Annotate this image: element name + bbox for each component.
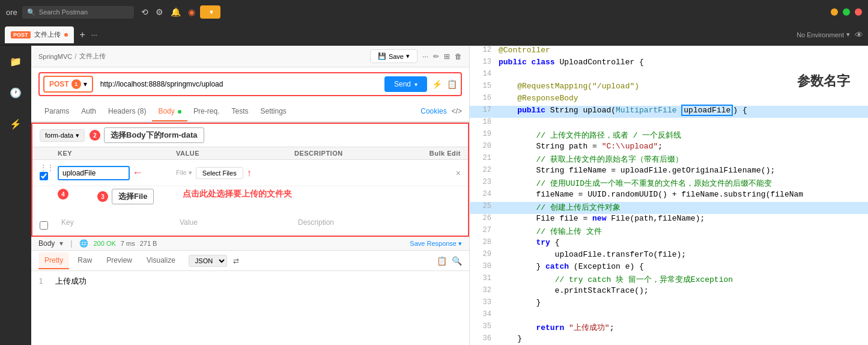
maximize-button[interactable]: □ <box>843 8 850 16</box>
code-line: 28 try { <box>470 238 868 250</box>
method-selector[interactable]: POST 1 ▾ <box>43 76 93 93</box>
tab-headers[interactable]: Headers (8) <box>102 102 152 121</box>
response-label: Body <box>38 239 55 248</box>
annotation-3-group: 3 选择File <box>97 189 154 204</box>
annotation-2-group: 2 选择Body下的form-data <box>90 127 204 143</box>
resp-tab-visualize[interactable]: Visualize <box>141 252 181 269</box>
line-num: 34 <box>475 310 491 322</box>
send-button[interactable]: Send ▾ <box>384 76 427 92</box>
resp-tab-raw[interactable]: Raw <box>71 252 98 269</box>
line-num: 15 <box>475 82 491 94</box>
format-select[interactable]: JSON XML Text <box>189 255 227 267</box>
save-response-button[interactable]: Save Response ▾ <box>410 240 462 248</box>
split-icon[interactable]: ⊞ <box>444 52 450 61</box>
word-wrap-icon[interactable]: ⇄ <box>233 257 239 265</box>
request-tab-nav: Params Auth Headers (8) Body Pre-req. Te… <box>31 101 469 123</box>
breadcrumb: SpringMVC / 文件上传 💾 Save ▾ ··· ✏ ⊞ 🗑 <box>31 46 469 67</box>
code-toggle-icon[interactable]: </> <box>452 107 462 115</box>
value-placeholder: Value <box>176 216 201 228</box>
code-line: 23 // 使用UUID生成一个唯一不重复的文件名，原始文件的后缀不能变 <box>470 178 868 190</box>
response-format-selector[interactable]: JSON XML Text <box>189 255 227 267</box>
row2-key-cell: Key <box>58 218 176 227</box>
method-label: POST <box>49 80 69 88</box>
line-num: 25 <box>475 202 491 214</box>
code-line: 36 } <box>470 334 868 345</box>
key-input[interactable] <box>58 166 130 180</box>
line-num: 20 <box>475 142 491 154</box>
row1-delete-icon[interactable]: × <box>456 168 461 178</box>
tab-body[interactable]: Body <box>152 102 187 121</box>
search-response-icon[interactable]: 🔍 <box>452 256 462 266</box>
edit-icon[interactable]: ✏ <box>433 52 439 61</box>
add-tab-button[interactable]: + <box>76 29 89 40</box>
file-type-label[interactable]: File ▾ <box>176 169 192 177</box>
body-type-selector[interactable]: form-data ▾ <box>40 129 85 142</box>
row2-checkbox[interactable] <box>40 221 48 230</box>
cookies-link[interactable]: Cookies <box>420 107 446 115</box>
sync-icon[interactable]: ⟲ <box>141 7 148 17</box>
breadcrumb-upload[interactable]: 文件上传 <box>79 52 106 61</box>
line-num: 21 <box>475 154 491 166</box>
url-bar-icon2[interactable]: 📋 <box>447 79 457 89</box>
url-input[interactable] <box>98 78 380 91</box>
search-placeholder: Search Postman <box>39 8 88 16</box>
row1-checkbox[interactable] <box>40 172 48 180</box>
url-bar-icon1[interactable]: ⚡ <box>432 79 442 89</box>
row2-desc-cell: Description <box>294 218 413 227</box>
window-controls: − □ × <box>831 8 862 16</box>
line-num: 30 <box>475 262 491 274</box>
close-button[interactable]: × <box>855 8 862 16</box>
tabbar: POST 文件上传 + ··· No Environment ▾ 👁 <box>0 24 868 46</box>
step3-badge: 3 <box>97 191 108 202</box>
save-button[interactable]: 💾 Save ▾ <box>370 49 417 63</box>
line-num: 19 <box>475 130 491 142</box>
environment-icon[interactable]: 👁 <box>855 30 863 40</box>
row1-value-cell: File ▾ Select Files ↑ <box>176 167 294 179</box>
line-num: 29 <box>475 250 491 262</box>
breadcrumb-springmvc[interactable]: SpringMVC <box>38 53 72 60</box>
app-title: ore <box>6 8 17 17</box>
tab-params[interactable]: Params <box>38 102 75 121</box>
select-files-button[interactable]: Select Files <box>196 167 243 179</box>
main-content: 📁 🕐 ⚡ SpringMVC / 文件上传 💾 Save ▾ ··· ✏ ⊞ … <box>0 46 868 345</box>
col-bulk-edit[interactable]: Bulk Edit <box>413 150 461 157</box>
code-line: 29 uploadFile.transferTo(file); <box>470 250 868 262</box>
step2-badge: 2 <box>90 130 100 141</box>
environment-selector[interactable]: No Environment ▾ <box>797 31 850 38</box>
resp-tab-pretty[interactable]: Pretty <box>38 252 69 269</box>
resp-tab-preview[interactable]: Preview <box>100 252 138 269</box>
tab-post-upload[interactable]: POST 文件上传 <box>5 26 74 43</box>
sidebar-icon-history[interactable]: 🕐 <box>5 82 26 103</box>
more-options-icon[interactable]: ··· <box>422 52 428 61</box>
sidebar-icon-api[interactable]: ⚡ <box>5 113 26 135</box>
trash-icon[interactable]: 🗑 <box>455 52 462 61</box>
tab-prereq[interactable]: Pre-req. <box>187 102 225 121</box>
sidebar-icon-collection[interactable]: 📁 <box>5 50 26 72</box>
row1-key-cell: ← <box>58 166 176 180</box>
chevron-down-icon[interactable]: ▾ <box>59 239 63 248</box>
code-line: 20 String path = "C:\\upload"; <box>470 142 868 154</box>
copy-icon[interactable]: 📋 <box>437 256 447 266</box>
line-num: 31 <box>475 274 491 286</box>
settings-icon[interactable]: ⚙ <box>156 7 163 17</box>
code-line: 35 return "上传成功"; <box>470 322 868 334</box>
bell-icon[interactable]: 🔔 <box>171 7 181 17</box>
tab-tests[interactable]: Tests <box>225 102 254 121</box>
minimize-button[interactable]: − <box>831 8 838 16</box>
line-num: 22 <box>475 166 491 178</box>
postman-icon: ◉ <box>188 7 195 17</box>
tab-auth[interactable]: Auth <box>75 102 102 121</box>
search-bar[interactable]: 🔍 Search Postman <box>22 6 134 19</box>
line-num: 13 <box>475 58 491 70</box>
more-tabs-button[interactable]: ··· <box>91 31 97 39</box>
code-line: 27 // 传输上传 文件 <box>470 226 868 238</box>
click-here-annotation: 点击此处选择要上传的文件夹 <box>183 189 292 200</box>
row1-close-cell: × <box>413 168 461 178</box>
code-line: 19 // 上传文件的路径，或者 / 一个反斜线 <box>470 130 868 142</box>
chevron-down-icon: ▾ <box>414 81 417 88</box>
response-time: 7 ms <box>121 240 135 247</box>
tab-settings[interactable]: Settings <box>254 102 292 121</box>
upgrade-button[interactable]: ▾ <box>200 5 220 19</box>
tab-method-label: POST <box>11 31 31 38</box>
line-num: 14 <box>475 70 491 82</box>
